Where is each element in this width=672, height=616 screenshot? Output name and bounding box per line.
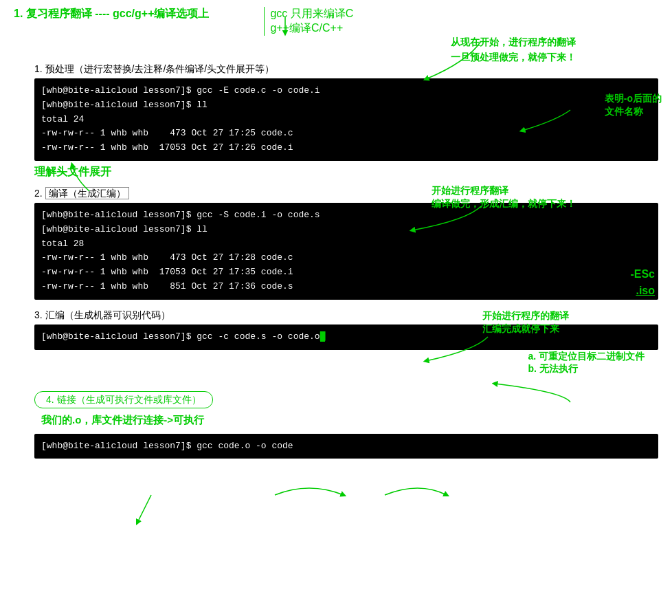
- annotation-link: 我们的.o，库文件进行连接->可执行: [41, 414, 204, 426]
- section1-label: 1. 预处理（进行宏替换/去注释/条件编译/头文件展开等）: [34, 63, 658, 76]
- annotation-section3-a: a. 可重定位目标二进制文件: [528, 351, 645, 363]
- annotation-o-label: 表明-o后面的文件名称: [605, 93, 662, 117]
- section1-terminal: [whb@bite-alicloud lesson7]$ gcc -E code…: [34, 78, 658, 161]
- right-esc-label: -ESc: [630, 268, 655, 280]
- section2-terminal: [whb@bite-alicloud lesson7]$ gcc -S code…: [34, 203, 658, 300]
- annotation-section2-start: 开始进行程序翻译编译做完，形成汇编，就停下来！: [432, 185, 576, 209]
- annotation-header-expand: 理解头文件展开: [34, 166, 111, 177]
- gcc-note1: gcc 只用来编译C: [270, 7, 353, 21]
- section4-label: 4. 链接（生成可执行文件或库文件）: [46, 394, 201, 405]
- annotation-section3-b: b. 无法执行: [528, 363, 645, 375]
- annotation-preprocess: 从现在开始，进行程序的翻译一旦预处理做完，就停下来！: [451, 36, 576, 63]
- page-container: 1. 复习程序翻译 ---- gcc/g++编译选项上 gcc 只用来编译C g…: [0, 0, 672, 616]
- gcc-note2: g++编译C/C++: [270, 21, 353, 36]
- section4-terminal: [whb@bite-alicloud lesson7]$ gcc code.o …: [34, 434, 658, 459]
- header-step1: 1. 复习程序翻译 ---- gcc/g++编译选项上: [14, 8, 209, 19]
- right-iso-label: .iso: [630, 285, 655, 297]
- annotation-section3-start: 开始进行程序的翻译汇编完成就停下来: [482, 310, 569, 334]
